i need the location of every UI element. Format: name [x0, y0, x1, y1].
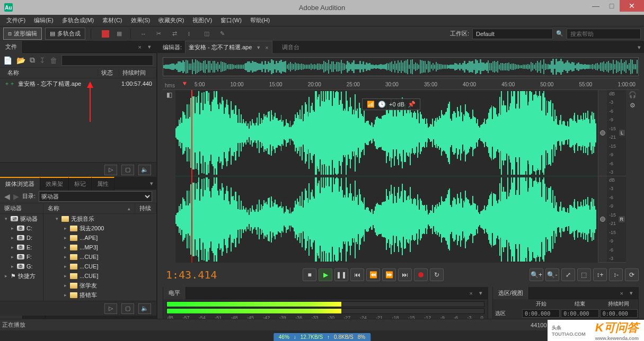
- menu-file[interactable]: 文件(F): [3, 15, 29, 25]
- tool-marquee-icon[interactable]: ◫: [200, 28, 213, 40]
- maximize-button[interactable]: □: [604, 0, 620, 12]
- tool-time-icon[interactable]: I: [184, 28, 197, 40]
- footer-play-button[interactable]: ▷: [104, 303, 117, 314]
- playhead-line[interactable]: [191, 90, 192, 263]
- footer-play-button[interactable]: ▷: [104, 165, 117, 175]
- fastfwd-button[interactable]: ⏩: [382, 268, 396, 281]
- amp-knob[interactable]: [600, 130, 605, 136]
- channel-label-icon[interactable]: ◧: [166, 91, 172, 98]
- settings-icon[interactable]: ⚙: [630, 102, 636, 109]
- loop-button[interactable]: ↻: [430, 268, 444, 281]
- close-button[interactable]: ✕: [620, 0, 644, 12]
- tab-effects-rack[interactable]: 效果架: [40, 177, 69, 190]
- folder-row[interactable]: ▸搭错车: [43, 290, 156, 300]
- panel-menu-icon[interactable]: ▾: [147, 180, 156, 187]
- play-button[interactable]: ▶: [319, 268, 332, 281]
- new-file-icon[interactable]: 📄: [3, 56, 12, 65]
- waveform-canvas[interactable]: 📶 🕓 +0 dB 📌: [175, 90, 598, 263]
- col-duration[interactable]: 持续时间: [119, 69, 156, 77]
- nav-back-icon[interactable]: ◀: [4, 192, 10, 201]
- files-tab[interactable]: 文件: [0, 41, 23, 53]
- drive-row[interactable]: ▸⛃E:: [0, 243, 43, 252]
- tool-brush-icon[interactable]: ✎: [216, 28, 228, 40]
- menu-help[interactable]: 帮助(H): [247, 15, 273, 25]
- tab-media-browser[interactable]: 媒体浏览器: [0, 177, 40, 190]
- folder-row[interactable]: ▸...CUE]: [43, 271, 156, 281]
- zoom-out-v-icon[interactable]: ↕-: [609, 268, 623, 281]
- record-indicator-icon[interactable]: [102, 30, 109, 38]
- footer-autoplay-button[interactable]: 🔈: [138, 303, 151, 314]
- zoom-sel-icon[interactable]: ⬚: [577, 268, 591, 281]
- chevron-down-icon[interactable]: ▼: [256, 45, 261, 50]
- file-row[interactable]: ＋＋ 童安格 - 忘不了精選.ape 1:00:57.440: [0, 78, 156, 89]
- sel-end[interactable]: 0:00.000: [561, 309, 598, 318]
- tab-markers[interactable]: 标记: [69, 177, 92, 190]
- sel-start[interactable]: 0:00.000: [522, 309, 560, 318]
- folder-row[interactable]: ▸...MP3]: [43, 243, 156, 252]
- rewind-button[interactable]: ⏪: [366, 268, 380, 281]
- folder-row[interactable]: ▸...CUE]: [43, 252, 156, 262]
- folder-row[interactable]: ▸张学友: [43, 281, 156, 290]
- menu-effects[interactable]: 效果(S): [128, 15, 154, 25]
- tool-icon-1[interactable]: ▦: [112, 28, 125, 40]
- drive-row[interactable]: ▾🖳驱动器: [0, 214, 43, 223]
- pause-button[interactable]: ❚❚: [334, 268, 348, 281]
- menu-window[interactable]: 窗口(W): [217, 15, 245, 25]
- col-name[interactable]: 名称: [4, 69, 98, 77]
- import-icon[interactable]: ⧉: [30, 56, 35, 65]
- tool-move-icon[interactable]: ↔: [136, 28, 149, 40]
- tab-mixer[interactable]: 调音台: [277, 41, 305, 53]
- time-ruler[interactable]: hms 🔻 5:00 10:00 15:00 20:00 25:00 30:00…: [163, 78, 639, 90]
- col-state[interactable]: 状态: [98, 69, 119, 77]
- trash-icon[interactable]: 🗑: [50, 56, 57, 65]
- close-tab-icon[interactable]: ×: [265, 44, 268, 51]
- workspace-select[interactable]: [472, 29, 553, 39]
- go-end-button[interactable]: ⏭: [398, 268, 412, 281]
- tab-properties[interactable]: 属性: [92, 177, 114, 190]
- multitrack-button[interactable]: ▤ 多轨合成: [45, 28, 85, 40]
- drive-row[interactable]: ▸⛃F:: [0, 252, 43, 262]
- tab-close-icon[interactable]: ×: [617, 290, 627, 297]
- help-search-input[interactable]: [567, 29, 641, 39]
- menu-view[interactable]: 视图(V): [189, 15, 215, 25]
- drive-row[interactable]: ▸⛃D:: [0, 233, 43, 243]
- overview-waveform[interactable]: [163, 57, 639, 76]
- nav-fwd-icon[interactable]: ▶: [13, 192, 19, 201]
- zoom-in-v-icon[interactable]: ↕+: [593, 268, 607, 281]
- folder-row[interactable]: ▾无损音乐: [43, 214, 156, 223]
- hud-volume-icon[interactable]: 📶: [367, 101, 375, 108]
- stop-button[interactable]: ■: [303, 268, 316, 281]
- folder-row[interactable]: ▸...APE]: [43, 233, 156, 243]
- hud-clock-icon[interactable]: 🕓: [378, 101, 386, 108]
- zoom-in-h-icon[interactable]: 🔍+: [530, 268, 543, 281]
- editor-file-tab[interactable]: 童安格 - 忘不了精選.ape ▼ ×: [185, 41, 272, 53]
- tool-razor-icon[interactable]: ✂: [152, 28, 165, 40]
- go-start-button[interactable]: ⏮: [350, 268, 364, 281]
- panel-menu-icon[interactable]: ▾: [145, 43, 154, 50]
- footer-insert-button[interactable]: ▢: [121, 303, 134, 314]
- hud-pin-icon[interactable]: 📌: [408, 101, 416, 108]
- folder-row[interactable]: ▸我去2000: [43, 223, 156, 233]
- menu-edit[interactable]: 编辑(E): [31, 15, 57, 25]
- headphones-icon[interactable]: 🎧: [629, 91, 637, 98]
- zoom-full-icon[interactable]: ⤢: [561, 268, 575, 281]
- playhead-marker-icon[interactable]: 🔻: [181, 80, 189, 87]
- panel-menu-icon[interactable]: ▾: [627, 290, 636, 297]
- col-cont[interactable]: 持续: [135, 203, 156, 214]
- footer-open-button[interactable]: ▢: [121, 165, 134, 175]
- menu-favorites[interactable]: 收藏夹(R): [155, 15, 187, 25]
- close-file-icon[interactable]: ↧: [39, 56, 46, 65]
- minimize-button[interactable]: —: [588, 0, 604, 12]
- path-select[interactable]: 驱动器: [39, 191, 152, 202]
- drive-row[interactable]: ▸⛃G:: [0, 262, 43, 271]
- folder-row[interactable]: ▸...CUE]: [43, 262, 156, 271]
- tab-close-icon[interactable]: ×: [466, 290, 476, 297]
- drive-row[interactable]: ▸⛃C:: [0, 223, 43, 233]
- record-button[interactable]: [414, 268, 428, 281]
- files-filter-input[interactable]: [61, 55, 153, 66]
- tool-slip-icon[interactable]: ⇄: [168, 28, 181, 40]
- sel-dur[interactable]: 0:00.000: [600, 309, 638, 318]
- tab-levels[interactable]: 电平: [163, 287, 186, 299]
- menu-multitrack[interactable]: 多轨合成(M): [59, 15, 98, 25]
- col-name[interactable]: 名称▴: [43, 203, 135, 214]
